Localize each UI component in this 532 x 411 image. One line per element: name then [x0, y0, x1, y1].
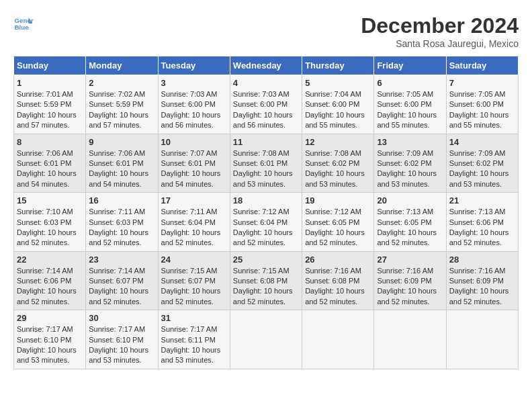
day-cell: 8Sunrise: 7:06 AM Sunset: 6:01 PM Daylig…	[14, 134, 86, 193]
week-row-2: 8Sunrise: 7:06 AM Sunset: 6:01 PM Daylig…	[14, 134, 519, 193]
header: General Blue December 2024 Santa Rosa Ja…	[13, 13, 519, 49]
day-number: 23	[89, 255, 154, 265]
day-info: Sunrise: 7:01 AM Sunset: 5:59 PM Dayligh…	[17, 89, 83, 131]
day-info: Sunrise: 7:05 AM Sunset: 6:00 PM Dayligh…	[377, 89, 443, 131]
day-cell	[374, 310, 446, 369]
svg-text:Blue: Blue	[15, 24, 30, 31]
day-cell: 15Sunrise: 7:10 AM Sunset: 6:03 PM Dayli…	[14, 193, 86, 252]
day-cell: 24Sunrise: 7:15 AM Sunset: 6:07 PM Dayli…	[158, 251, 230, 310]
day-cell: 6Sunrise: 7:05 AM Sunset: 6:00 PM Daylig…	[374, 75, 446, 134]
day-cell: 2Sunrise: 7:02 AM Sunset: 5:59 PM Daylig…	[86, 75, 158, 134]
day-cell: 23Sunrise: 7:14 AM Sunset: 6:07 PM Dayli…	[86, 251, 158, 310]
day-cell: 25Sunrise: 7:15 AM Sunset: 6:08 PM Dayli…	[230, 251, 302, 310]
day-number: 19	[305, 195, 371, 205]
weekday-header-sunday: Sunday	[14, 56, 86, 75]
day-cell: 20Sunrise: 7:13 AM Sunset: 6:05 PM Dayli…	[374, 193, 446, 252]
day-info: Sunrise: 7:03 AM Sunset: 6:00 PM Dayligh…	[233, 89, 299, 131]
day-cell: 26Sunrise: 7:16 AM Sunset: 6:08 PM Dayli…	[302, 251, 374, 310]
day-info: Sunrise: 7:09 AM Sunset: 6:02 PM Dayligh…	[449, 148, 515, 190]
day-cell: 3Sunrise: 7:03 AM Sunset: 6:00 PM Daylig…	[158, 75, 230, 134]
day-number: 16	[89, 195, 154, 205]
day-number: 4	[233, 78, 299, 88]
day-number: 24	[161, 255, 227, 265]
day-cell: 19Sunrise: 7:12 AM Sunset: 6:05 PM Dayli…	[302, 193, 374, 252]
day-number: 18	[233, 195, 299, 205]
day-number: 17	[161, 195, 227, 205]
week-row-4: 22Sunrise: 7:14 AM Sunset: 6:06 PM Dayli…	[14, 251, 519, 310]
day-number: 21	[449, 195, 515, 205]
day-cell: 4Sunrise: 7:03 AM Sunset: 6:00 PM Daylig…	[230, 75, 302, 134]
logo: General Blue	[13, 13, 34, 34]
day-cell: 7Sunrise: 7:05 AM Sunset: 6:00 PM Daylig…	[446, 75, 518, 134]
day-cell: 22Sunrise: 7:14 AM Sunset: 6:06 PM Dayli…	[14, 251, 86, 310]
weekday-header-friday: Friday	[374, 56, 446, 75]
day-cell: 17Sunrise: 7:11 AM Sunset: 6:04 PM Dayli…	[158, 193, 230, 252]
day-info: Sunrise: 7:03 AM Sunset: 6:00 PM Dayligh…	[161, 89, 227, 131]
logo-icon: General Blue	[13, 13, 34, 34]
day-cell: 29Sunrise: 7:17 AM Sunset: 6:10 PM Dayli…	[14, 310, 86, 369]
location-title: Santa Rosa Jauregui, Mexico	[361, 38, 519, 49]
day-number: 2	[89, 78, 154, 88]
day-info: Sunrise: 7:06 AM Sunset: 6:01 PM Dayligh…	[17, 148, 83, 190]
day-number: 29	[17, 313, 83, 323]
day-number: 12	[305, 137, 371, 147]
day-info: Sunrise: 7:16 AM Sunset: 6:08 PM Dayligh…	[305, 266, 371, 308]
day-info: Sunrise: 7:09 AM Sunset: 6:02 PM Dayligh…	[377, 148, 443, 190]
day-number: 31	[161, 313, 227, 323]
day-number: 9	[89, 137, 154, 147]
day-info: Sunrise: 7:08 AM Sunset: 6:02 PM Dayligh…	[305, 148, 371, 190]
day-info: Sunrise: 7:05 AM Sunset: 6:00 PM Dayligh…	[449, 89, 515, 131]
day-cell: 21Sunrise: 7:13 AM Sunset: 6:06 PM Dayli…	[446, 193, 518, 252]
weekday-header-wednesday: Wednesday	[230, 56, 302, 75]
day-number: 5	[305, 78, 371, 88]
day-cell: 13Sunrise: 7:09 AM Sunset: 6:02 PM Dayli…	[374, 134, 446, 193]
day-info: Sunrise: 7:11 AM Sunset: 6:04 PM Dayligh…	[161, 207, 227, 248]
day-number: 6	[377, 78, 443, 88]
day-info: Sunrise: 7:13 AM Sunset: 6:05 PM Dayligh…	[377, 207, 443, 248]
day-cell: 28Sunrise: 7:16 AM Sunset: 6:09 PM Dayli…	[446, 251, 518, 310]
week-row-3: 15Sunrise: 7:10 AM Sunset: 6:03 PM Dayli…	[14, 193, 519, 252]
day-number: 25	[233, 255, 299, 265]
calendar-table: SundayMondayTuesdayWednesdayThursdayFrid…	[13, 56, 519, 369]
day-info: Sunrise: 7:17 AM Sunset: 6:11 PM Dayligh…	[161, 324, 227, 366]
weekday-header-monday: Monday	[86, 56, 158, 75]
week-row-5: 29Sunrise: 7:17 AM Sunset: 6:10 PM Dayli…	[14, 310, 519, 369]
day-cell: 14Sunrise: 7:09 AM Sunset: 6:02 PM Dayli…	[446, 134, 518, 193]
day-info: Sunrise: 7:14 AM Sunset: 6:06 PM Dayligh…	[17, 266, 83, 308]
day-cell	[302, 310, 374, 369]
day-cell	[230, 310, 302, 369]
day-cell: 31Sunrise: 7:17 AM Sunset: 6:11 PM Dayli…	[158, 310, 230, 369]
day-info: Sunrise: 7:14 AM Sunset: 6:07 PM Dayligh…	[89, 266, 154, 308]
day-cell: 9Sunrise: 7:06 AM Sunset: 6:01 PM Daylig…	[86, 134, 158, 193]
day-number: 14	[449, 137, 515, 147]
day-info: Sunrise: 7:15 AM Sunset: 6:07 PM Dayligh…	[161, 266, 227, 308]
day-info: Sunrise: 7:16 AM Sunset: 6:09 PM Dayligh…	[377, 266, 443, 308]
weekday-header-tuesday: Tuesday	[158, 56, 230, 75]
weekday-header-thursday: Thursday	[302, 56, 374, 75]
day-cell: 27Sunrise: 7:16 AM Sunset: 6:09 PM Dayli…	[374, 251, 446, 310]
day-number: 13	[377, 137, 443, 147]
weekday-header-row: SundayMondayTuesdayWednesdayThursdayFrid…	[14, 56, 519, 75]
day-info: Sunrise: 7:15 AM Sunset: 6:08 PM Dayligh…	[233, 266, 299, 308]
title-area: December 2024 Santa Rosa Jauregui, Mexic…	[361, 13, 519, 49]
day-info: Sunrise: 7:10 AM Sunset: 6:03 PM Dayligh…	[17, 207, 83, 248]
day-info: Sunrise: 7:12 AM Sunset: 6:04 PM Dayligh…	[233, 207, 299, 248]
month-title: December 2024	[361, 13, 519, 38]
day-info: Sunrise: 7:08 AM Sunset: 6:01 PM Dayligh…	[233, 148, 299, 190]
day-number: 15	[17, 195, 83, 205]
day-info: Sunrise: 7:11 AM Sunset: 6:03 PM Dayligh…	[89, 207, 154, 248]
day-cell: 1Sunrise: 7:01 AM Sunset: 5:59 PM Daylig…	[14, 75, 86, 134]
day-info: Sunrise: 7:04 AM Sunset: 6:00 PM Dayligh…	[305, 89, 371, 131]
day-number: 30	[89, 313, 154, 323]
day-cell: 10Sunrise: 7:07 AM Sunset: 6:01 PM Dayli…	[158, 134, 230, 193]
day-cell: 16Sunrise: 7:11 AM Sunset: 6:03 PM Dayli…	[86, 193, 158, 252]
day-info: Sunrise: 7:02 AM Sunset: 5:59 PM Dayligh…	[89, 89, 154, 131]
week-row-1: 1Sunrise: 7:01 AM Sunset: 5:59 PM Daylig…	[14, 75, 519, 134]
day-number: 7	[449, 78, 515, 88]
day-info: Sunrise: 7:17 AM Sunset: 6:10 PM Dayligh…	[89, 324, 154, 366]
day-number: 8	[17, 137, 83, 147]
day-cell: 30Sunrise: 7:17 AM Sunset: 6:10 PM Dayli…	[86, 310, 158, 369]
day-info: Sunrise: 7:16 AM Sunset: 6:09 PM Dayligh…	[449, 266, 515, 308]
day-info: Sunrise: 7:12 AM Sunset: 6:05 PM Dayligh…	[305, 207, 371, 248]
day-number: 22	[17, 255, 83, 265]
